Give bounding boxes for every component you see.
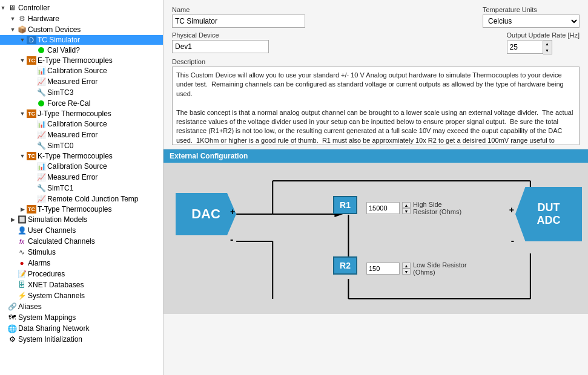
- top-form: Name Temperature Units Celcius Fahrenhei…: [164, 0, 588, 149]
- dut-line1: DUT: [538, 201, 560, 214]
- r1-spinner: ▲ ▼: [402, 202, 411, 214]
- tc-icon: TC: [27, 56, 36, 65]
- r1-value-input[interactable]: [366, 202, 400, 214]
- sidebar-item-label: T-Type Thermocouples: [38, 205, 112, 214]
- sidebar-item-j-simtc0[interactable]: 🔧SimTC0: [0, 140, 163, 151]
- sidebar-item-label: Aliases: [18, 302, 42, 311]
- sidebar-item-label: K-Type Thermocouples: [38, 152, 113, 160]
- expand-arrow: ▼: [19, 57, 25, 64]
- sidebar-item-sys-mappings[interactable]: 🗺System Mappings: [0, 312, 163, 323]
- sim-icon: 🔧: [36, 141, 46, 151]
- sidebar-item-sys-init[interactable]: ⚙System Initialization: [0, 334, 163, 345]
- output-rate-input[interactable]: [507, 41, 543, 54]
- sidebar-item-remote-cj[interactable]: 📈Remote Cold Junction Temp: [0, 194, 163, 204]
- sidebar-item-sim-models[interactable]: ▶🔲Simulation Models: [0, 214, 163, 225]
- sidebar-item-e-cal-src[interactable]: 📊Calibration Source: [0, 65, 163, 76]
- mappings-icon: 🗺: [7, 313, 17, 322]
- sidebar-item-label: Calibration Source: [47, 120, 107, 128]
- r1-down-btn[interactable]: ▼: [402, 208, 411, 214]
- r2-down-btn[interactable]: ▼: [402, 269, 411, 275]
- expand-arrow: ▶: [19, 206, 25, 212]
- sidebar-item-custom-devices[interactable]: ▼📦Custom Devices: [0, 24, 163, 35]
- name-input[interactable]: [172, 15, 305, 28]
- sidebar-item-label: Stimulus: [28, 248, 56, 256]
- physical-device-group: Physical Device: [172, 31, 269, 53]
- sidebar-item-label: SimTC1: [47, 184, 73, 192]
- sidebar-item-procedures[interactable]: 📝Procedures: [0, 269, 163, 279]
- sidebar-item-k-type[interactable]: ▼TCK-Type Thermocouples: [0, 151, 163, 161]
- r2-unit-label: Low Side Resistor (Ohms): [413, 261, 467, 276]
- r2-input-wrap: ▲ ▼ Low Side Resistor (Ohms): [366, 261, 467, 276]
- temp-units-label: Temperature Units: [483, 6, 580, 13]
- sidebar: ▼🖥Controller▼⚙Hardware▼📦Custom Devices▼D…: [0, 0, 164, 375]
- expand-arrow: ▼: [19, 153, 25, 159]
- sidebar-item-label: Measured Error: [47, 77, 97, 86]
- sidebar-item-data-sharing[interactable]: 🌐Data Sharing Network: [0, 323, 163, 334]
- output-rate-group: Output Update Rate [Hz] ▲ ▼: [507, 31, 580, 54]
- temp-units-select[interactable]: Celcius Fahrenheit Kelvin: [483, 15, 580, 28]
- controller-icon: 🖥: [7, 3, 17, 13]
- calc-icon: fx: [17, 236, 27, 246]
- sidebar-item-cal-valid[interactable]: Cal Valid?: [0, 45, 163, 56]
- sidebar-item-k-cal-src[interactable]: 📊Calibration Source: [0, 161, 163, 172]
- sidebar-item-label: Controller: [18, 4, 50, 12]
- r2-value-input[interactable]: [366, 262, 400, 275]
- ext-config-section: External Configuration: [164, 149, 588, 375]
- sidebar-item-label: SimTC3: [47, 88, 73, 97]
- sim-icon: 🔧: [36, 88, 46, 97]
- sidebar-item-calc-channels[interactable]: fxCalculated Channels: [0, 236, 163, 247]
- expand-arrow: ▶: [10, 217, 16, 223]
- output-rate-down[interactable]: ▼: [543, 47, 552, 54]
- sidebar-item-xnet-db[interactable]: 🗄XNET Databases: [0, 279, 163, 290]
- tc-icon: TC: [27, 152, 36, 160]
- sidebar-item-aliases[interactable]: 🔗Aliases: [0, 301, 163, 312]
- sidebar-item-stimulus[interactable]: ∿Stimulus: [0, 247, 163, 258]
- sidebar-item-user-channels[interactable]: 👤User Channels: [0, 225, 163, 236]
- sidebar-item-e-meas-err[interactable]: 📈Measured Error: [0, 76, 163, 87]
- sidebar-item-hardware[interactable]: ▼⚙Hardware: [0, 13, 163, 24]
- physical-device-input[interactable]: [172, 40, 269, 53]
- sidebar-item-e-simtc3[interactable]: 🔧SimTC3: [0, 87, 163, 98]
- alias-icon: 🔗: [7, 302, 17, 311]
- sidebar-item-label: SimTC0: [47, 142, 73, 150]
- sidebar-item-e-type[interactable]: ▼TCE-Type Thermocouples: [0, 56, 163, 65]
- sidebar-item-j-meas-err[interactable]: 📈Measured Error: [0, 129, 163, 140]
- output-rate-up[interactable]: ▲: [543, 41, 552, 47]
- sidebar-item-sys-channels[interactable]: ⚡System Channels: [0, 290, 163, 301]
- xnet-icon: 🗄: [17, 280, 27, 290]
- sidebar-item-controller[interactable]: ▼🖥Controller: [0, 2, 163, 13]
- sidebar-item-tc-simulator[interactable]: ▼DTC Simulator: [0, 35, 163, 45]
- sidebar-item-k-simtc1[interactable]: 🔧SimTC1: [0, 183, 163, 194]
- sidebar-item-label: Measured Error: [47, 173, 97, 181]
- description-box[interactable]: This Custom Device will allow you to use…: [172, 67, 580, 145]
- sidebar-item-j-type[interactable]: ▼TCJ-Type Thermocouples: [0, 109, 163, 119]
- r2-up-btn[interactable]: ▲: [402, 262, 411, 269]
- sidebar-item-label: TC Simulator: [38, 36, 80, 44]
- hardware-icon: ⚙: [17, 14, 27, 24]
- sidebar-item-t-type[interactable]: ▶TCT-Type Thermocouples: [0, 204, 163, 214]
- name-label: Name: [172, 6, 305, 13]
- dut-minus-sign: -: [511, 235, 514, 246]
- dac-plus-sign: +: [230, 207, 235, 217]
- dut-box: DUT ADC: [515, 187, 582, 241]
- err-icon: 📈: [36, 77, 46, 86]
- sim-icon: 🔧: [36, 183, 46, 193]
- dac-box: DAC: [176, 193, 236, 235]
- r1-input-wrap: ▲ ▼ High Side Resistor (Ohms): [366, 201, 467, 215]
- sidebar-item-alarms[interactable]: ●Alarms: [0, 258, 163, 269]
- err-icon: 📈: [36, 172, 46, 182]
- sidebar-item-label: Simulation Models: [28, 215, 87, 224]
- temp-units-group: Temperature Units Celcius Fahrenheit Kel…: [483, 6, 580, 28]
- sidebar-item-k-meas-err[interactable]: 📈Measured Error: [0, 172, 163, 183]
- sidebar-item-label: System Channels: [28, 292, 85, 300]
- name-group: Name: [172, 6, 305, 28]
- sidebar-item-label: XNET Databases: [28, 281, 84, 289]
- r1-up-btn[interactable]: ▲: [402, 202, 411, 208]
- sidebar-item-j-cal-src[interactable]: 📊Calibration Source: [0, 119, 163, 129]
- sidebar-item-label: Calibration Source: [47, 162, 107, 171]
- output-rate-label: Output Update Rate [Hz]: [507, 31, 580, 39]
- sidebar-item-label: Hardware: [28, 15, 59, 23]
- physical-device-label: Physical Device: [172, 31, 269, 39]
- sidebar-item-force-recal[interactable]: Force Re-Cal: [0, 98, 163, 109]
- err-icon: 📈: [36, 130, 46, 140]
